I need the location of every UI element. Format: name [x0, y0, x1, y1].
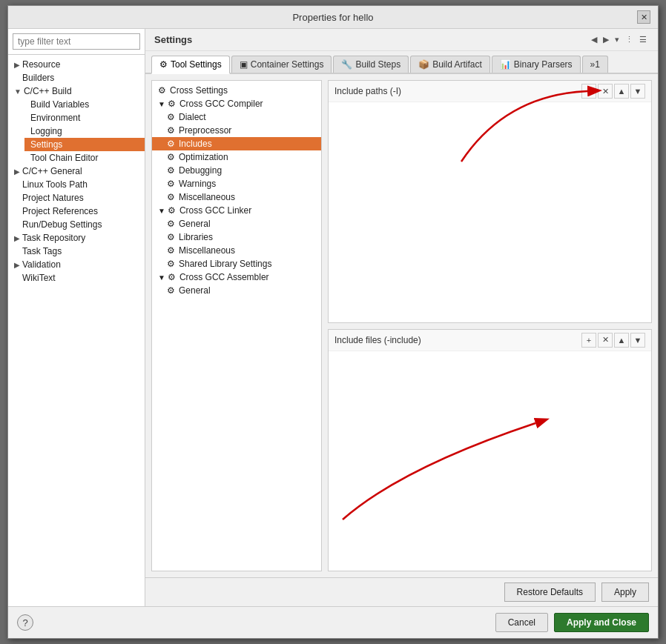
general-linker-icon: ⚙ — [167, 219, 175, 229]
nav-more-button[interactable]: ⋮ — [623, 33, 636, 46]
settings-tree-misc-linker[interactable]: ⚙ Miscellaneous — [152, 244, 321, 257]
sidebar-item-label: Settings — [30, 139, 62, 150]
expand-arrow-general: ▶ — [14, 167, 20, 176]
tab-build-artifact[interactable]: 📦 Build Artifact — [410, 56, 490, 73]
include-paths-down-btn[interactable]: ▼ — [630, 84, 645, 99]
include-files-add-btn[interactable]: + — [581, 333, 596, 348]
footer-left: ? — [17, 614, 33, 631]
include-paths-add-btn[interactable]: + — [581, 84, 596, 99]
sidebar-item-label: Run/Debug Settings — [22, 219, 102, 230]
sidebar-item-cpp-general[interactable]: ▶ C/C++ General — [8, 165, 145, 178]
main-content: Settings ◀ ▶ ▾ ⋮ ☰ ⚙ Tool Settings ▣ Con… — [145, 29, 658, 606]
settings-tree-label: Cross GCC Assembler — [179, 272, 269, 282]
settings-tree-debugging[interactable]: ⚙ Debugging — [152, 164, 321, 177]
settings-tree-label: Dialect — [179, 112, 206, 122]
apply-and-close-button[interactable]: Apply and Close — [554, 613, 649, 632]
tab-tool-settings[interactable]: ⚙ Tool Settings — [151, 56, 230, 74]
cross-linker-icon: ⚙ — [168, 205, 176, 216]
include-files-delete-btn[interactable]: ✕ — [598, 333, 613, 348]
settings-tree-optimization[interactable]: ⚙ Optimization — [152, 150, 321, 164]
tab-container-settings[interactable]: ▣ Container Settings — [231, 56, 332, 73]
include-files-panel: Include files (-include) + ✕ ▲ — [328, 329, 652, 572]
include-paths-delete-btn[interactable]: ✕ — [598, 84, 613, 99]
sidebar-item-wikitext[interactable]: ▶ WikiText — [8, 271, 145, 285]
sidebar-item-cpp-build[interactable]: ▼ C/C++ Build — [8, 84, 145, 98]
include-files-down-btn[interactable]: ▼ — [630, 333, 645, 348]
sidebar-item-resource[interactable]: ▶ Resource — [8, 58, 145, 71]
settings-tree-label: Libraries — [179, 232, 213, 242]
settings-tree-dialect[interactable]: ⚙ Dialect — [152, 110, 321, 124]
add-icon: + — [587, 336, 591, 345]
sidebar-item-validation[interactable]: ▶ Validation — [8, 258, 145, 271]
tab-build-steps[interactable]: 🔧 Build Steps — [333, 56, 409, 73]
include-paths-up-btn[interactable]: ▲ — [614, 84, 629, 99]
nav-menu-button[interactable]: ☰ — [637, 33, 649, 46]
sidebar-item-environment[interactable]: Environment — [24, 111, 145, 125]
cancel-button[interactable]: Cancel — [495, 613, 548, 632]
settings-tree-cross-linker[interactable]: ▼ ⚙ Cross GCC Linker — [152, 204, 321, 217]
container-settings-icon: ▣ — [240, 59, 248, 70]
tab-label: Container Settings — [251, 59, 324, 70]
sidebar-item-run-debug[interactable]: ▶ Run/Debug Settings — [8, 218, 145, 231]
settings-tree-preprocessor[interactable]: ⚙ Preprocessor — [152, 124, 321, 137]
settings-tree-label: Includes — [179, 139, 212, 149]
sidebar-item-linux-tools[interactable]: ▶ Linux Tools Path — [8, 178, 145, 191]
settings-tree-warnings[interactable]: ⚙ Warnings — [152, 177, 321, 190]
settings-tree-includes[interactable]: ⚙ Includes — [152, 137, 321, 150]
sidebar-item-tool-chain-editor[interactable]: Tool Chain Editor — [24, 151, 145, 165]
include-paths-header: Include paths (-I) + ✕ ▲ — [329, 81, 651, 102]
sidebar-item-build-variables[interactable]: Build Variables — [24, 98, 145, 111]
sidebar-item-builders[interactable]: ▶ Builders — [8, 71, 145, 84]
settings-tree-cross-assembler[interactable]: ▼ ⚙ Cross GCC Assembler — [152, 270, 321, 284]
settings-tree-general-assembler[interactable]: ⚙ General — [152, 284, 321, 297]
sidebar-item-label: C/C++ General — [22, 166, 82, 176]
include-files-content — [329, 351, 651, 571]
filter-box — [8, 29, 145, 55]
help-button[interactable]: ? — [17, 614, 33, 631]
footer-right: Cancel Apply and Close — [495, 613, 649, 632]
sidebar-item-logging[interactable]: Logging — [24, 125, 145, 138]
tab-more[interactable]: »1 — [582, 56, 608, 73]
nav-forward-button[interactable]: ▶ — [601, 33, 611, 46]
settings-tree-general-linker[interactable]: ⚙ General — [152, 217, 321, 230]
content-header: Settings — [154, 34, 192, 45]
settings-tree-shared-lib[interactable]: ⚙ Shared Library Settings — [152, 257, 321, 270]
settings-tree-label: Miscellaneous — [179, 192, 235, 202]
settings-tree-misc-gcc[interactable]: ⚙ Miscellaneous — [152, 190, 321, 204]
debugging-icon: ⚙ — [167, 165, 175, 176]
sidebar-item-task-tags[interactable]: ▶ Task Tags — [8, 245, 145, 258]
include-files-up-btn[interactable]: ▲ — [614, 333, 629, 348]
sidebar-item-label: Task Tags — [22, 246, 62, 256]
header-nav: ◀ ▶ ▾ ⋮ ☰ — [589, 33, 649, 46]
tab-label: Build Steps — [355, 59, 400, 70]
up-icon: ▲ — [618, 87, 626, 96]
warnings-icon: ⚙ — [167, 179, 175, 189]
nav-down-button[interactable]: ▾ — [613, 33, 622, 46]
settings-tree-label: Miscellaneous — [179, 245, 235, 256]
preprocessor-icon: ⚙ — [167, 125, 175, 136]
settings-tree-libraries[interactable]: ⚙ Libraries — [152, 230, 321, 244]
close-button[interactable]: ✕ — [637, 10, 650, 24]
filter-input[interactable] — [13, 33, 140, 50]
dialog-footer: ? Cancel Apply and Close — [8, 606, 658, 638]
expand-arrow-task-repo: ▶ — [14, 234, 20, 242]
sidebar-item-label: Validation — [22, 259, 61, 270]
sidebar-item-settings[interactable]: Settings — [24, 138, 145, 151]
include-files-tools: + ✕ ▲ ▼ — [581, 333, 645, 348]
nav-back-button[interactable]: ◀ — [589, 33, 599, 46]
cross-gcc-icon: ⚙ — [168, 99, 176, 109]
sidebar-item-project-references[interactable]: ▶ Project References — [8, 205, 145, 218]
settings-tree-cross-gcc[interactable]: ▼ ⚙ Cross GCC Compiler — [152, 97, 321, 110]
tab-binary-parsers[interactable]: 📊 Binary Parsers — [492, 56, 581, 73]
sidebar-item-label: Builders — [22, 73, 54, 83]
include-paths-content — [329, 102, 651, 322]
apply-button[interactable]: Apply — [601, 582, 649, 602]
include-paths-tools: + ✕ ▲ ▼ — [581, 84, 645, 99]
sidebar-item-task-repository[interactable]: ▶ Task Repository — [8, 231, 145, 245]
settings-tree-cross-settings[interactable]: ⚙ Cross Settings — [152, 84, 321, 97]
dialog-title: Properties for hello — [29, 12, 637, 23]
sidebar-item-project-natures[interactable]: ▶ Project Natures — [8, 191, 145, 205]
right-panel: Include paths (-I) + ✕ ▲ — [328, 80, 652, 571]
include-files-header: Include files (-include) + ✕ ▲ — [329, 330, 651, 351]
restore-defaults-button[interactable]: Restore Defaults — [504, 582, 596, 602]
